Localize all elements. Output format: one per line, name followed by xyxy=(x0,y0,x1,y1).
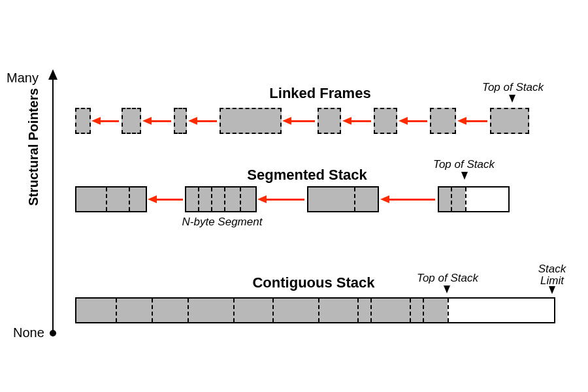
stack-segment xyxy=(438,186,510,212)
arrow-down-icon xyxy=(444,286,450,293)
linked-frame xyxy=(490,108,529,134)
linked-frame xyxy=(174,108,187,134)
segment-caption: N-byte Segment xyxy=(173,216,271,229)
linked-top-of-stack-label: Top of Stack xyxy=(470,81,555,94)
contiguous-stack-title: Contiguous Stack xyxy=(216,274,412,291)
linked-frame xyxy=(318,108,341,134)
segmented-stack-title: Segmented Stack xyxy=(209,167,405,184)
used-region xyxy=(76,299,448,322)
link-arrow-icon xyxy=(155,199,183,201)
linked-frames-title: Linked Frames xyxy=(222,85,418,102)
y-axis xyxy=(52,78,54,333)
arrow-down-icon xyxy=(549,286,555,294)
contiguous-stack xyxy=(75,297,555,323)
segmented-top-of-stack-label: Top of Stack xyxy=(421,158,506,171)
axis-min-label: None xyxy=(13,325,44,340)
arrow-down-icon xyxy=(461,172,468,180)
link-arrow-icon xyxy=(196,120,217,122)
link-arrow-icon xyxy=(465,120,487,122)
axis-title: Structural Pointers xyxy=(26,88,41,206)
link-arrow-icon xyxy=(388,199,435,201)
link-arrow-icon xyxy=(350,120,371,122)
linked-frame xyxy=(75,108,91,134)
linked-frame xyxy=(374,108,397,134)
stack-segment xyxy=(75,186,147,212)
linked-frame xyxy=(220,108,282,134)
axis-max-label: Many xyxy=(7,71,39,86)
contig-top-of-stack-label: Top of Stack xyxy=(405,272,490,285)
stack-segment xyxy=(307,186,379,212)
link-arrow-icon xyxy=(150,120,171,122)
stack-limit-label: Stack Limit xyxy=(529,263,575,287)
link-arrow-icon xyxy=(265,199,304,201)
link-arrow-icon xyxy=(290,120,315,122)
link-arrow-icon xyxy=(406,120,427,122)
stack-segment xyxy=(185,186,257,212)
linked-frame xyxy=(122,108,141,134)
link-arrow-icon xyxy=(99,120,119,122)
arrow-down-icon xyxy=(509,95,515,103)
linked-frame xyxy=(430,108,456,134)
